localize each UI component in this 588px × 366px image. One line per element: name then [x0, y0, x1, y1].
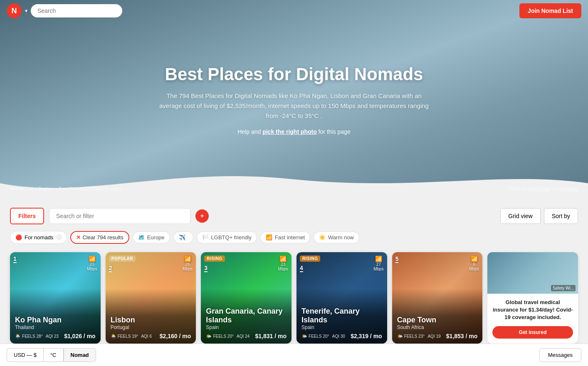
card-country: South Africa: [397, 324, 478, 330]
nomad-mode-button[interactable]: Nomad: [64, 348, 96, 360]
nav-search-input[interactable]: [31, 4, 122, 17]
get-insured-button[interactable]: Get insured: [492, 326, 573, 339]
card-meta: 🌤️ FEELS 23° AQI 19 $1,853 / mo: [397, 333, 478, 339]
currency-button[interactable]: USD — $: [7, 348, 43, 360]
aqi-value: AQI 30: [332, 334, 345, 339]
breadcrumb-explore[interactable]: Explore: [38, 186, 54, 191]
breadcrumb-current: Best Places for Digital Nomads: [59, 186, 122, 191]
logo-icon[interactable]: N: [7, 3, 22, 18]
tag-icon: 🔴: [15, 234, 22, 241]
breadcrumb-bar: Nomad List » Explore » Best Places for D…: [0, 186, 588, 191]
hero-content: Best Places for Digital Nomads The 794 B…: [148, 64, 440, 135]
tag-icon: ☀️: [319, 234, 326, 241]
card-wifi: 📶 23Mbps: [278, 255, 288, 271]
filter-tag-clear[interactable]: ✕ Clear 794 results: [70, 231, 129, 244]
ad-card[interactable]: Safety Wi... Global travel medical insur…: [487, 252, 578, 344]
card-country: Thailand: [15, 324, 96, 330]
grid-view-button[interactable]: Grid view: [500, 208, 540, 224]
card-badge: RISING: [300, 255, 320, 262]
filter-tag-default[interactable]: 📶Fast internet: [260, 231, 310, 243]
pick-photo-link[interactable]: pick the right photo: [262, 128, 317, 135]
photo-credit: Photo by Mimi Thian via Unsplash: [509, 186, 578, 191]
card-weather: 🌤️ FEELS 20° AQI 24: [206, 334, 250, 339]
card-rank: 1: [13, 255, 17, 263]
hero-section: Best Places for Digital Nomads The 794 B…: [0, 0, 588, 199]
wifi-icon: 📶: [278, 255, 288, 262]
card-weather: 🌦️ FEELS 19° AQI 6: [111, 334, 152, 339]
wifi-speed: 23Mbps: [278, 262, 288, 271]
cards-grid: 1 📶 23Mbps Ko Pha Ngan Thailand 🌦️ FEELS…: [10, 252, 578, 344]
messages-button[interactable]: Messages: [539, 348, 581, 360]
wifi-icon: 📶: [469, 255, 479, 262]
breadcrumb-nomad-list[interactable]: Nomad List: [10, 186, 33, 191]
aqi-value: AQI 24: [237, 334, 250, 339]
tag-icon: 🏳️: [202, 234, 209, 241]
tag-info-icon[interactable]: ⓘ: [57, 234, 62, 241]
hero-help-text: Help and pick the right photo for this p…: [157, 128, 431, 135]
filters-button[interactable]: Filters: [10, 208, 44, 224]
wifi-icon: 📶: [373, 255, 383, 262]
card-weather: 🌤️ FEELS 20° AQI 30: [301, 334, 345, 339]
filter-tag-nomads[interactable]: 🔴For nomadsⓘ: [10, 231, 67, 244]
card-city-name: Lisbon: [111, 316, 191, 324]
add-filter-button[interactable]: +: [195, 209, 209, 223]
city-card-gran-canaria--canary-islands[interactable]: RISING 3 📶 23Mbps Gran Canaria, Canary I…: [201, 252, 292, 344]
bottom-currency-temp-group: USD — $ °C Nomad: [7, 348, 96, 360]
search-filter-input[interactable]: [49, 208, 190, 224]
filter-tags: 🔴For nomadsⓘ✕ Clear 794 results🗺️Europe✈…: [10, 231, 578, 244]
sort-by-button[interactable]: Sort by: [544, 208, 578, 224]
filter-tag-default[interactable]: ✈️: [173, 231, 193, 243]
clear-tag-x: ✕: [76, 234, 81, 241]
wifi-speed: 6Mbps: [469, 262, 479, 271]
card-cost: $1,026 / mo: [64, 333, 96, 339]
card-weather: 🌦️ FEELS 28° AQI 23: [15, 334, 59, 339]
unsplash-link[interactable]: Unsplash: [559, 186, 578, 191]
card-cost: $2,319 / mo: [351, 333, 382, 339]
feels-temp: FEELS 28°: [22, 334, 43, 339]
feels-temp: FEELS 20°: [213, 334, 234, 339]
tag-label: Fast internet: [275, 234, 305, 241]
weather-icon: 🌤️: [206, 334, 212, 339]
card-cost: $1,831 / mo: [255, 333, 287, 339]
city-card-tenerife--canary-islands[interactable]: RISING 4 📶 27Mbps Tenerife, Canary Islan…: [296, 252, 387, 344]
nav-chevron-icon[interactable]: ▾: [25, 8, 27, 14]
ad-card-title: Global travel medical insurance for $1.3…: [492, 299, 573, 322]
photographer-link[interactable]: Mimi Thian: [528, 186, 551, 191]
city-card-lisbon[interactable]: POPULAR 2 📶 26Mbps Lisbon Portugal 🌦️ FE…: [106, 252, 196, 344]
filter-tag-default[interactable]: ☀️Warm now: [314, 231, 359, 243]
temperature-button[interactable]: °C: [43, 348, 64, 360]
wifi-icon: 📶: [87, 255, 97, 262]
nav-left: N ▾: [7, 3, 122, 18]
hero-title: Best Places for Digital Nomads: [157, 64, 431, 84]
feels-temp: FEELS 19°: [118, 334, 138, 339]
city-card-ko-pha-ngan[interactable]: 1 📶 23Mbps Ko Pha Ngan Thailand 🌦️ FEELS…: [10, 252, 101, 344]
filter-tag-default[interactable]: 🗺️Europe: [133, 231, 170, 243]
wifi-speed: 27Mbps: [373, 262, 383, 271]
card-rank: 4: [300, 265, 303, 272]
card-city-name: Cape Town: [397, 316, 478, 324]
tag-label: LGBTQ+ friendly: [211, 234, 252, 241]
feels-temp: FEELS 20°: [309, 334, 329, 339]
join-nomad-list-button[interactable]: Join Nomad List: [519, 3, 581, 18]
card-wifi: 📶 6Mbps: [469, 255, 479, 271]
bottom-bar: USD — $ °C Nomad Messages: [0, 344, 588, 360]
wifi-icon: 📶: [183, 255, 193, 262]
safety-wing-label: Safety Wi...: [551, 285, 576, 291]
card-badge: POPULAR: [109, 255, 136, 262]
tag-label: Europe: [147, 234, 165, 241]
weather-icon: 🌦️: [111, 334, 116, 339]
aqi-value: AQI 19: [427, 334, 440, 339]
weather-icon: 🌦️: [15, 334, 21, 339]
filter-tag-default[interactable]: 🏳️LGBTQ+ friendly: [197, 231, 257, 243]
view-sort-group: Grid view Sort by: [500, 208, 578, 224]
hero-subtitle: The 794 Best Places for Digital Nomads l…: [157, 91, 431, 121]
city-card-cape-town[interactable]: 5 📶 6Mbps Cape Town South Africa 🌤️ FEEL…: [392, 252, 483, 344]
card-bottom: Gran Canaria, Canary Islands Spain 🌤️ FE…: [201, 303, 292, 344]
card-bottom: Cape Town South Africa 🌤️ FEELS 23° AQI …: [392, 312, 483, 344]
card-rank: 5: [395, 255, 399, 263]
card-country: Spain: [301, 324, 382, 330]
card-meta: 🌦️ FEELS 19° AQI 6 $2,160 / mo: [111, 333, 191, 339]
weather-icon: 🌤️: [397, 334, 403, 339]
card-country: Portugal: [111, 324, 191, 330]
wifi-speed: 23Mbps: [87, 262, 97, 271]
